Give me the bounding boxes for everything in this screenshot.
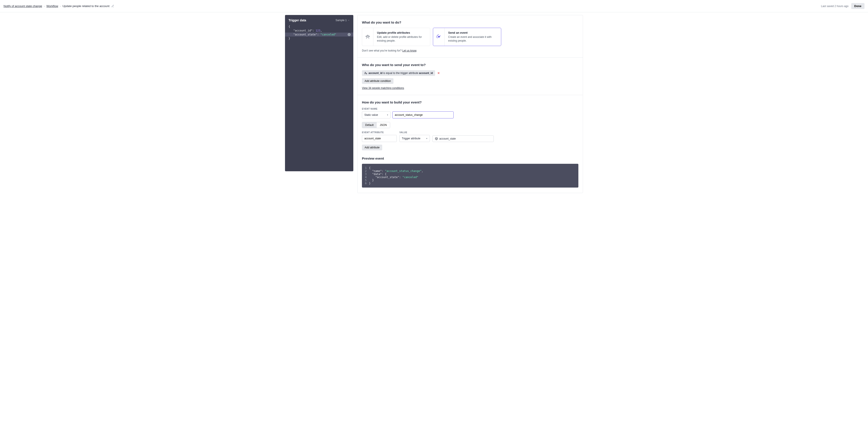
check-circle-icon: ✓ (348, 33, 351, 36)
chevron-down-icon (348, 19, 350, 21)
event-icon (433, 28, 444, 46)
section-build-event: How do you want to build your event? EVE… (358, 95, 583, 193)
feedback-link[interactable]: Let us know (402, 49, 416, 52)
trigger-attribute-value[interactable]: account_state (432, 135, 494, 142)
sidebar-title: Trigger data (288, 19, 306, 22)
mode-segmented-control: Default JSON (362, 122, 390, 128)
json-line-highlighted[interactable]: "account_state": "canceled" ✓ (285, 33, 353, 37)
json-line: { (285, 25, 353, 29)
preview-title: Preview event (362, 157, 578, 160)
card-desc: Edit, add or delete profile attributes f… (377, 35, 427, 43)
event-attribute-input[interactable] (362, 135, 397, 142)
preview-event-code: 1{ 2 "name": "account_status_change", 3 … (362, 164, 578, 187)
person-tag-icon (364, 72, 367, 75)
event-name-type-select[interactable]: Static value▾ (362, 111, 391, 118)
field-label: EVENT ATTRIBUTE (362, 131, 397, 134)
card-update-attributes[interactable]: Update profile attributes Edit, add or d… (362, 28, 430, 46)
svg-point-1 (366, 36, 367, 37)
json-line: } (285, 37, 353, 40)
svg-point-3 (438, 36, 439, 38)
caret-down-icon: ▾ (387, 114, 388, 116)
sample-dropdown[interactable]: Sample 1 (336, 19, 350, 22)
card-send-event[interactable]: Send an event Create an event and associ… (433, 28, 501, 46)
breadcrumb-current: Update people related to the account (62, 4, 109, 8)
svg-point-2 (369, 36, 370, 37)
svg-point-4 (365, 72, 366, 73)
edit-icon[interactable] (111, 5, 114, 7)
section-title: How do you want to build your event? (362, 100, 578, 104)
view-matching-link[interactable]: View 34 people matching conditions (362, 87, 404, 90)
card-title: Update profile attributes (377, 31, 427, 34)
feedback-text: Don't see what you're looking for? Let u… (362, 49, 578, 52)
add-attribute-button[interactable]: Add attribute (362, 145, 382, 150)
section-action: What do you want to do? Update profile a… (358, 15, 583, 58)
chevron-right-icon: › (44, 5, 45, 7)
caret-down-icon: ▾ (426, 137, 427, 140)
add-condition-button[interactable]: Add attribute condition (362, 78, 394, 84)
section-title: Who do you want to send your event to? (362, 63, 578, 67)
remove-condition-icon[interactable]: ✕ (437, 71, 440, 75)
value-type-select[interactable]: Trigger attribute▾ (399, 135, 430, 142)
field-label: EVENT NAME (362, 108, 578, 110)
top-header: Notify of account state change › Workflo… (0, 0, 868, 12)
breadcrumb-link-1[interactable]: Notify of account state change (3, 4, 42, 8)
card-title: Send an event (448, 31, 497, 34)
breadcrumb-link-2[interactable]: Workflow (46, 4, 58, 8)
done-button[interactable]: Done (851, 3, 865, 9)
condition-chip[interactable]: account_id is equal to the trigger attri… (362, 70, 435, 76)
svg-point-0 (367, 35, 368, 37)
cube-icon (435, 137, 438, 140)
seg-default[interactable]: Default (362, 122, 377, 128)
breadcrumb: Notify of account state change › Workflo… (3, 4, 114, 8)
seg-json[interactable]: JSON (377, 122, 390, 128)
people-icon (362, 28, 373, 46)
card-desc: Create an event and associate it with ex… (448, 35, 497, 43)
svg-rect-5 (366, 73, 367, 74)
trigger-json: { "account_id": 123, "account_state": "c… (285, 25, 353, 40)
trigger-data-sidebar: Trigger data Sample 1 { "account_id": 12… (285, 15, 353, 171)
section-audience: Who do you want to send your event to? a… (358, 58, 583, 95)
chevron-right-icon: › (60, 5, 61, 7)
section-title: What do you want to do? (362, 21, 578, 24)
saved-status: Last saved 2 hours ago (821, 5, 848, 8)
page-body: Trigger data Sample 1 { "account_id": 12… (0, 12, 868, 202)
header-right: Last saved 2 hours ago Done (821, 3, 865, 9)
json-line: "account_id": 123, (285, 29, 353, 33)
field-label: VALUE (399, 131, 430, 134)
event-name-input[interactable] (392, 111, 454, 118)
main-panel: What do you want to do? Update profile a… (357, 15, 583, 193)
